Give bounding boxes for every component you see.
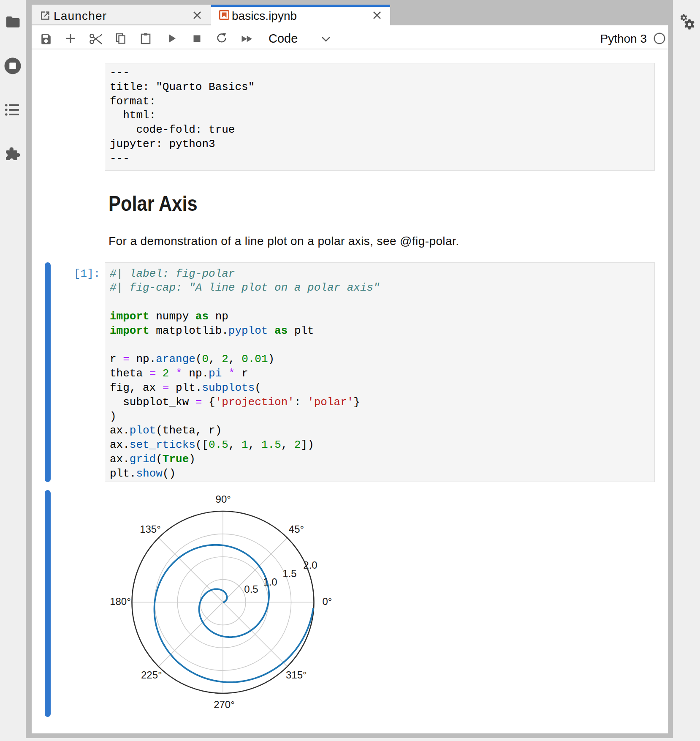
svg-text:270°: 270° [214, 699, 235, 710]
svg-text:0.5: 0.5 [244, 583, 258, 595]
svg-text:135°: 135° [140, 523, 161, 535]
svg-text:315°: 315° [286, 669, 307, 681]
svg-text:2.0: 2.0 [303, 559, 317, 571]
svg-text:180°: 180° [110, 596, 131, 607]
svg-text:0°: 0° [323, 596, 332, 607]
svg-text:90°: 90° [216, 493, 231, 505]
svg-text:225°: 225° [141, 669, 162, 681]
svg-text:1.5: 1.5 [282, 568, 296, 579]
svg-text:45°: 45° [289, 523, 304, 535]
svg-text:1.0: 1.0 [263, 576, 277, 588]
